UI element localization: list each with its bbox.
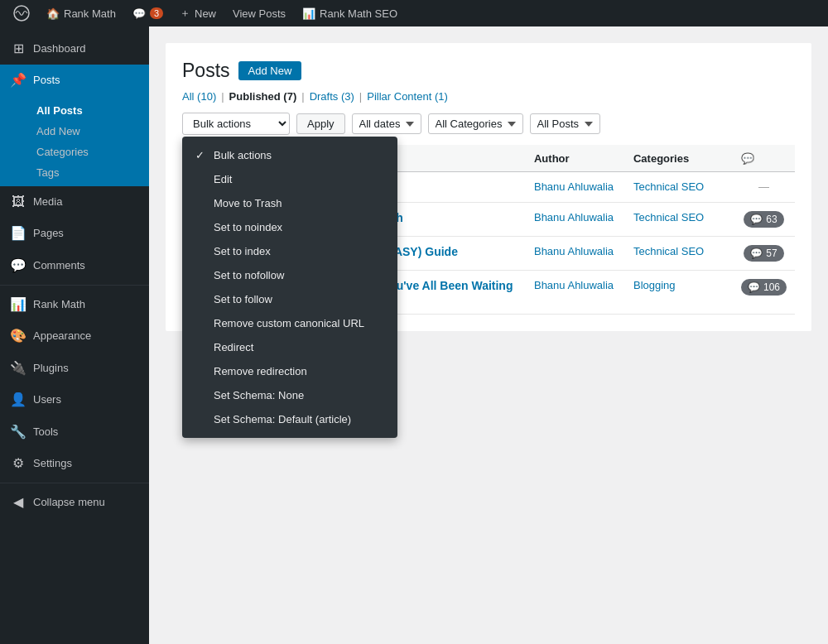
dropdown-item-noindex[interactable]: Set to noindex <box>182 215 397 239</box>
submenu-add-new[interactable]: Add New <box>0 121 149 142</box>
plugins-icon: 🔌 <box>10 359 26 377</box>
sidebar-label-media: Media <box>33 195 62 209</box>
tools-icon: 🔧 <box>10 423 26 441</box>
media-icon: 🖼 <box>10 193 26 211</box>
dropdown-item-follow[interactable]: Set to follow <box>182 287 397 311</box>
sidebar-item-dashboard[interactable]: ⊞ Dashboard <box>0 33 149 65</box>
dropdown-item-edit[interactable]: Edit <box>182 167 397 191</box>
submenu-all-posts-label: All Posts <box>36 104 83 117</box>
row2-comments-badge[interactable]: 💬 63 <box>744 211 783 228</box>
th-comments: 💬 <box>733 145 795 172</box>
menu-separator-1 <box>0 285 149 286</box>
row2-author-link[interactable]: Bhanu Ahluwalia <box>534 211 614 223</box>
dropdown-item-schema-default[interactable]: Set Schema: Default (article) <box>182 407 397 431</box>
dropdown-item-nofollow[interactable]: Set to nofollow <box>182 263 397 287</box>
comments-icon: 💬 <box>132 7 146 20</box>
row3-category-link[interactable]: Technical SEO <box>633 245 704 257</box>
site-name-button[interactable]: 🏠 Rank Math <box>40 0 123 26</box>
plus-icon: ＋ <box>180 6 190 21</box>
date-filter-select[interactable]: All dates <box>352 113 421 134</box>
row4-author-link[interactable]: Bhanu Ahluwalia <box>534 279 614 291</box>
collapse-icon: ◀ <box>10 493 26 512</box>
filter-all-link[interactable]: All (10) <box>182 90 216 103</box>
row4-categories-cell: Blogging <box>625 271 733 315</box>
rank-math-menu-icon: 📊 <box>10 296 26 314</box>
row2-category-link[interactable]: Technical SEO <box>633 211 704 223</box>
rank-math-seo-button[interactable]: 📊 Rank Math SEO <box>296 0 404 26</box>
dropdown-label-remove-redirection: Remove redirection <box>214 365 307 377</box>
content-wrap: Posts Add New All (10) | Published (7) <box>166 43 811 331</box>
new-content-button[interactable]: ＋ New <box>173 0 223 26</box>
row3-author-link[interactable]: Bhanu Ahluwalia <box>534 245 614 257</box>
dropdown-label-index: Set to index <box>214 245 271 257</box>
posts-icon: 📌 <box>10 71 26 89</box>
sidebar-label-pages: Pages <box>33 226 64 241</box>
categories-filter-select[interactable]: All Categories <box>428 113 523 134</box>
collapse-menu-button[interactable]: ◀ Collapse menu <box>0 487 149 518</box>
posts-filter-select[interactable]: All Posts <box>530 113 600 134</box>
bulk-actions-wrap: Bulk actions ✓ Bulk actions Edit <box>182 113 290 135</box>
row4-author-cell: Bhanu Ahluwalia <box>526 271 625 315</box>
filter-published-current: Published (7) <box>229 90 297 103</box>
dropdown-label-schema-default: Set Schema: Default (article) <box>214 413 351 425</box>
dropdown-item-remove-canonical[interactable]: Remove custom canonical URL <box>182 311 397 335</box>
filter-pillar-link[interactable]: Pillar Content (1) <box>367 90 448 103</box>
row1-category-link[interactable]: Technical SEO <box>633 180 704 193</box>
dropdown-item-trash[interactable]: Move to Trash <box>182 191 397 215</box>
submenu-all-posts[interactable]: All Posts <box>0 100 149 121</box>
row3-comments-badge[interactable]: 💬 57 <box>744 245 783 262</box>
sidebar-item-rank-math[interactable]: 📊 Rank Math <box>0 289 149 320</box>
row3-comments-cell: 💬 57 <box>733 237 795 271</box>
row1-author-cell: Bhanu Ahluwalia <box>526 172 625 203</box>
sidebar-item-appearance[interactable]: 🎨 Appearance <box>0 320 149 352</box>
row4-comments-cell: 💬 106 <box>733 271 795 315</box>
row4-comments-badge[interactable]: 💬 106 <box>741 279 787 296</box>
add-new-button[interactable]: Add New <box>238 61 302 80</box>
view-posts-button[interactable]: View Posts <box>226 0 292 26</box>
filter-drafts: Drafts (3) | <box>310 90 368 103</box>
sidebar-item-comments[interactable]: 💬 Comments <box>0 250 149 281</box>
dropdown-label-edit: Edit <box>214 173 232 185</box>
dashboard-icon: ⊞ <box>10 40 26 58</box>
filter-published: Published (7) | <box>229 90 310 103</box>
row3-author-cell: Bhanu Ahluwalia <box>526 237 625 271</box>
comments-button[interactable]: 💬 3 <box>126 0 170 26</box>
dropdown-item-index[interactable]: Set to index <box>182 239 397 263</box>
dropdown-label-remove-canonical: Remove custom canonical URL <box>214 317 364 329</box>
sidebar-item-media[interactable]: 🖼 Media <box>0 186 149 218</box>
row1-categories-cell: Technical SEO <box>625 172 733 203</box>
dropdown-item-redirect[interactable]: Redirect <box>182 335 397 359</box>
filter-pillar: Pillar Content (1) <box>367 90 448 103</box>
filter-drafts-link[interactable]: Drafts (3) <box>310 90 354 103</box>
apply-button[interactable]: Apply <box>296 113 345 134</box>
dropdown-label-follow: Set to follow <box>214 293 272 305</box>
submenu-tags[interactable]: Tags <box>0 162 149 183</box>
wp-logo-button[interactable] <box>7 0 36 26</box>
sidebar-item-posts[interactable]: 📌 Posts <box>0 65 149 96</box>
comments-col-icon: 💬 <box>741 152 754 165</box>
bulk-actions-select[interactable]: Bulk actions <box>182 113 290 135</box>
sidebar-item-plugins[interactable]: 🔌 Plugins <box>0 353 149 384</box>
table-nav: Bulk actions ✓ Bulk actions Edit <box>182 113 795 135</box>
home-icon: 🏠 <box>46 7 60 20</box>
page-title: Posts <box>182 60 230 82</box>
dropdown-item-schema-none[interactable]: Set Schema: None <box>182 383 397 407</box>
row4-category-link[interactable]: Blogging <box>633 279 676 291</box>
submenu-categories[interactable]: Categories <box>0 142 149 162</box>
sidebar-item-users[interactable]: 👤 Users <box>0 384 149 416</box>
site-name: Rank Math <box>64 7 116 20</box>
sidebar-label-comments: Comments <box>33 258 85 273</box>
sidebar-label-tools: Tools <box>33 425 58 440</box>
submenu-tags-label: Tags <box>36 166 59 179</box>
sidebar-item-pages[interactable]: 📄 Pages <box>0 218 149 249</box>
dropdown-label-schema-none: Set Schema: None <box>214 389 304 401</box>
row1-author-link[interactable]: Bhanu Ahluwalia <box>534 180 614 193</box>
dropdown-item-bulk-actions[interactable]: ✓ Bulk actions <box>182 143 397 167</box>
rank-math-icon: 📊 <box>302 7 315 20</box>
page-title-wrap: Posts Add New <box>182 60 795 82</box>
main-layout: ⊞ Dashboard 📌 Posts All Posts Add New Ca… <box>0 26 828 644</box>
dropdown-item-remove-redirection[interactable]: Remove redirection <box>182 359 397 383</box>
sidebar-item-tools[interactable]: 🔧 Tools <box>0 416 149 448</box>
comments-count: 3 <box>150 7 163 19</box>
sidebar-item-settings[interactable]: ⚙ Settings <box>0 448 149 479</box>
